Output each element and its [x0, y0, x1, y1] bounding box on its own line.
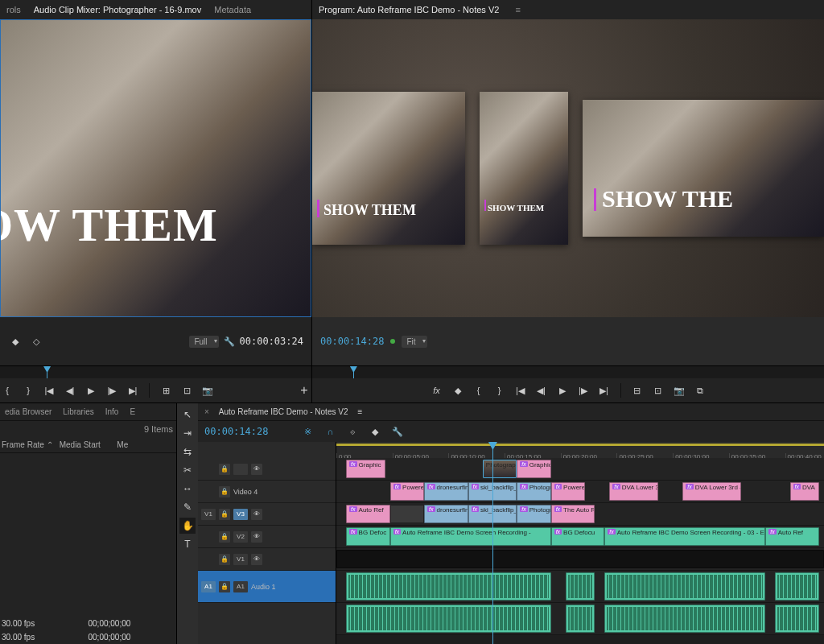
- export-frame-icon[interactable]: 📷: [672, 383, 686, 398]
- a1-header[interactable]: A1 🔒 A1 Audio 1: [198, 571, 336, 603]
- add-button-icon[interactable]: +: [297, 383, 311, 398]
- track-label[interactable]: V3: [233, 509, 248, 520]
- toggle-output-icon[interactable]: 👁: [251, 509, 262, 520]
- settings-icon[interactable]: 🔧: [222, 334, 237, 349]
- clip[interactable]: fxAuto Reframe IBC Demo Screen Recording…: [604, 527, 765, 546]
- hand-tool-icon[interactable]: ✋: [179, 518, 196, 534]
- project-row[interactable]: 30.00 fps00;00;00;00: [0, 630, 176, 644]
- program-tab[interactable]: Program: Auto Reframe IBC Demo - Notes V…: [319, 5, 499, 14]
- clip[interactable]: fxdronesurfing_f: [424, 482, 468, 501]
- clip[interactable]: fxDVA Lower 3rd - one: [682, 482, 741, 501]
- step-back-icon[interactable]: ◀|: [534, 383, 549, 398]
- toggle-output-icon[interactable]: 👁: [251, 554, 262, 565]
- source-patch[interactable]: V1: [201, 509, 216, 520]
- clip[interactable]: Photograp: [483, 460, 517, 478]
- lock-icon[interactable]: 🔒: [219, 464, 230, 475]
- clip[interactable]: fxGraphic: [346, 460, 385, 478]
- track-v5[interactable]: fxGraphicPhotograpfxGraphic: [336, 458, 824, 481]
- v1-header[interactable]: 🔒 V1 👁: [198, 548, 336, 571]
- program-ruler[interactable]: [312, 365, 824, 378]
- clip[interactable]: fxBG Defoc: [346, 527, 390, 546]
- v3-header[interactable]: V1 🔒 V3 👁: [198, 503, 336, 526]
- insert-icon[interactable]: ⊞: [159, 383, 173, 398]
- audio-clip[interactable]: [346, 572, 551, 601]
- wrench-icon[interactable]: 🔧: [390, 424, 405, 439]
- lock-icon[interactable]: 🔒: [219, 486, 230, 497]
- audio-clip[interactable]: [566, 605, 595, 633]
- v5-header[interactable]: 🔒 👁: [198, 458, 336, 481]
- col-frame-rate[interactable]: Frame Rate ⌃: [2, 440, 60, 449]
- fx-icon[interactable]: fx: [430, 383, 444, 398]
- project-columns[interactable]: Frame Rate ⌃ Media Start Me: [0, 437, 176, 453]
- clip[interactable]: fxDVA Lower 3rd: [609, 482, 658, 501]
- clip[interactable]: fxThe Auto R: [551, 505, 595, 523]
- lock-icon[interactable]: 🔒: [219, 509, 230, 520]
- tab-media-browser[interactable]: edia Browser: [5, 407, 52, 416]
- pen-tool-icon[interactable]: ✎: [179, 499, 196, 515]
- magnet-icon[interactable]: ∩: [323, 424, 337, 439]
- tab-libraries[interactable]: Libraries: [63, 407, 93, 416]
- track-label[interactable]: V1: [233, 554, 248, 565]
- track-label[interactable]: V2: [233, 531, 248, 543]
- zoom-dropdown[interactable]: Full: [189, 336, 218, 348]
- go-to-out-icon[interactable]: ▶|: [597, 383, 612, 398]
- go-to-in-icon[interactable]: |◀: [42, 383, 56, 398]
- toggle-output-icon[interactable]: 👁: [251, 464, 262, 475]
- mark-in-button[interactable]: {: [0, 383, 14, 398]
- clip[interactable]: [390, 505, 424, 523]
- clip[interactable]: fxPowered b: [551, 482, 585, 501]
- selection-tool-icon[interactable]: ↖: [179, 407, 196, 423]
- tab-effects[interactable]: E: [130, 407, 135, 416]
- sequence-name[interactable]: Auto Reframe IBC Demo - Notes V2: [219, 407, 348, 416]
- slip-tool-icon[interactable]: ↔: [179, 481, 196, 497]
- track-v4[interactable]: fxPoweredfxdronesurfing_ffxski_backflip_…: [336, 481, 824, 503]
- col-media-end[interactable]: Me: [117, 440, 175, 449]
- timeline-playhead[interactable]: [492, 442, 493, 644]
- tab-info[interactable]: Info: [105, 407, 119, 416]
- program-monitor[interactable]: SHOW THEM SHOW THEM SHOW THE: [312, 19, 824, 317]
- track-v2[interactable]: fxBG DefocfxAuto Reframe IBC Demo Screen…: [336, 526, 824, 548]
- clip[interactable]: fxAuto Ref: [765, 527, 819, 546]
- step-forward-icon[interactable]: |▶: [576, 383, 591, 398]
- clip[interactable]: [336, 550, 824, 568]
- tab-metadata[interactable]: Metadata: [214, 5, 251, 14]
- track-select-tool-icon[interactable]: ⇥: [179, 425, 196, 441]
- comparison-icon[interactable]: ⧉: [693, 383, 707, 398]
- marker-in-icon[interactable]: ◆: [8, 334, 23, 349]
- tab-audio-mixer[interactable]: Audio Clip Mixer: Photographer - 16-9.mo…: [34, 5, 201, 14]
- step-forward-icon[interactable]: |▶: [105, 383, 119, 398]
- clip[interactable]: fxGraphic: [517, 460, 550, 478]
- audio-clip[interactable]: [566, 572, 595, 601]
- add-marker-icon[interactable]: ◆: [368, 424, 382, 439]
- panel-menu-icon[interactable]: ≡: [515, 5, 520, 14]
- clip[interactable]: fxAuto Reframe IBC Demo Screen Recording…: [390, 527, 551, 546]
- linked-selection-icon[interactable]: ⟐: [345, 424, 360, 439]
- extract-icon[interactable]: ⊡: [651, 383, 665, 398]
- go-to-out-icon[interactable]: ▶|: [126, 383, 140, 398]
- source-timecode[interactable]: 00:00:03:24: [240, 336, 303, 347]
- play-icon[interactable]: ▶: [84, 383, 98, 398]
- clip[interactable]: fxdronesurfing_f: [424, 505, 468, 523]
- mark-in-button[interactable]: {: [472, 383, 486, 398]
- track-a1[interactable]: [336, 571, 824, 603]
- clip[interactable]: fxPhotograp: [517, 505, 550, 523]
- program-timecode[interactable]: 00:00:14:28: [320, 336, 384, 347]
- audio-clip[interactable]: [775, 572, 819, 601]
- lock-icon[interactable]: 🔒: [219, 554, 230, 565]
- lock-icon[interactable]: 🔒: [219, 531, 230, 543]
- col-media-start[interactable]: Media Start: [60, 440, 117, 449]
- timeline-timecode[interactable]: 00:00:14:28: [204, 426, 268, 437]
- track-a2[interactable]: [336, 603, 824, 635]
- tracks-area[interactable]: 0:0000:00:05:0000:00:10:0000:00:15:0000:…: [336, 442, 824, 644]
- v2-header[interactable]: 🔒 V2 👁: [198, 526, 336, 548]
- track-label[interactable]: A1: [233, 581, 248, 592]
- go-to-in-icon[interactable]: |◀: [513, 383, 528, 398]
- audio-clip[interactable]: [346, 605, 551, 633]
- audio-clip[interactable]: [604, 605, 765, 633]
- add-marker-icon[interactable]: ◆: [451, 383, 465, 398]
- play-icon[interactable]: ▶: [555, 383, 570, 398]
- track-label[interactable]: [233, 464, 248, 475]
- timeline-menu-icon[interactable]: ≡: [357, 407, 362, 416]
- track-v3[interactable]: fxAuto Reffxdronesurfing_ffxski_backflip…: [336, 503, 824, 526]
- tab-controls[interactable]: rols: [6, 5, 21, 14]
